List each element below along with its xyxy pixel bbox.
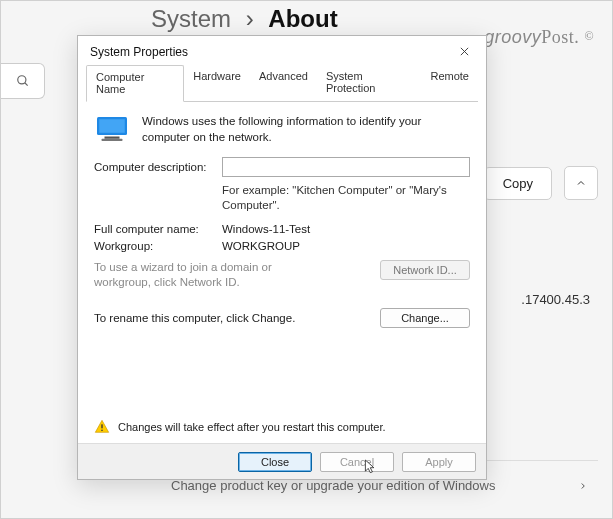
tab-system-protection[interactable]: System Protection: [317, 65, 422, 102]
restart-notice: Changes will take effect after you resta…: [118, 421, 386, 433]
collapse-toggle[interactable]: [564, 166, 598, 200]
svg-line-1: [24, 83, 27, 86]
watermark: groovyPost. ©: [484, 27, 594, 48]
svg-rect-9: [101, 430, 102, 431]
svg-rect-5: [99, 119, 125, 133]
copy-button[interactable]: Copy: [484, 167, 552, 200]
svg-rect-6: [105, 137, 120, 139]
breadcrumb-current: About: [268, 5, 337, 32]
svg-rect-7: [102, 139, 123, 141]
close-button[interactable]: Close: [238, 452, 312, 472]
intro-text: Windows uses the following information t…: [142, 114, 470, 145]
full-name-label: Full computer name:: [94, 223, 222, 235]
svg-rect-8: [101, 424, 102, 428]
tab-hardware[interactable]: Hardware: [184, 65, 250, 102]
breadcrumb-parent[interactable]: System: [151, 5, 231, 32]
change-button[interactable]: Change...: [380, 308, 470, 328]
description-input[interactable]: [222, 157, 470, 177]
tab-advanced[interactable]: Advanced: [250, 65, 317, 102]
chevron-up-icon: [575, 177, 587, 189]
breadcrumb-separator: ›: [246, 5, 254, 32]
svg-point-0: [17, 76, 25, 84]
tab-computer-name[interactable]: Computer Name: [86, 65, 184, 102]
network-id-button[interactable]: Network ID...: [380, 260, 470, 280]
search-icon: [16, 74, 30, 88]
warning-icon: [94, 419, 110, 435]
rename-text: To rename this computer, click Change.: [94, 312, 295, 324]
workgroup-label: Workgroup:: [94, 240, 222, 252]
search-button[interactable]: [1, 63, 45, 99]
wizard-text: To use a wizard to join a domain or work…: [94, 260, 324, 290]
breadcrumb: System › About: [151, 5, 338, 33]
system-properties-dialog: System Properties Computer Name Hardware…: [77, 35, 487, 480]
cancel-button: Cancel: [320, 452, 394, 472]
version-fragment: .17400.45.3: [521, 292, 590, 307]
chevron-right-icon: [578, 478, 598, 494]
apply-button: Apply: [402, 452, 476, 472]
full-name-value: Windows-11-Test: [222, 223, 310, 235]
dialog-title: System Properties: [90, 45, 188, 59]
tab-bar: Computer Name Hardware Advanced System P…: [86, 64, 478, 102]
monitor-icon: [94, 114, 130, 144]
tab-remote[interactable]: Remote: [421, 65, 478, 102]
description-label: Computer description:: [94, 161, 222, 173]
description-hint: For example: "Kitchen Computer" or "Mary…: [222, 183, 470, 213]
close-icon[interactable]: [455, 44, 474, 60]
workgroup-value: WORKGROUP: [222, 240, 300, 252]
